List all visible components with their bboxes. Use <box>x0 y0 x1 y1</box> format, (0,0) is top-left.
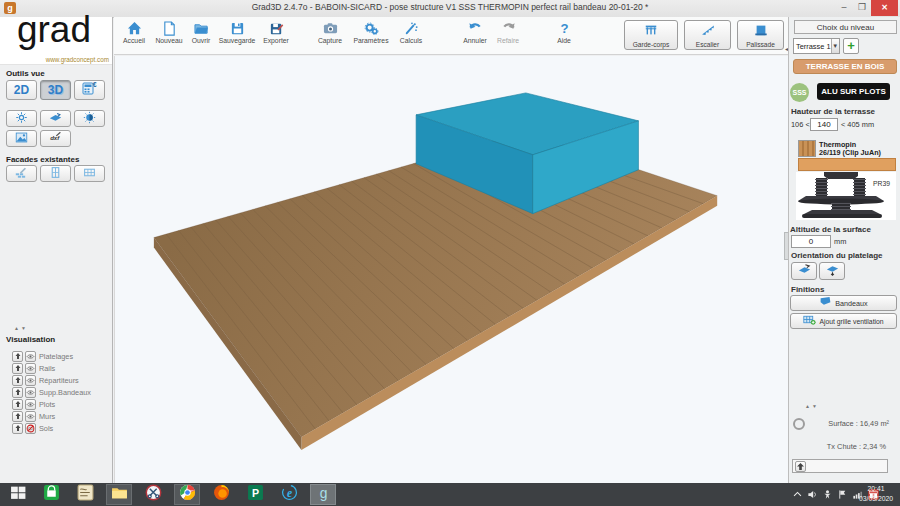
toolbar-button-palissade[interactable]: Palissade <box>737 20 784 50</box>
taskbar-publisher-button[interactable]: P <box>242 484 268 505</box>
taskbar-firefox-button[interactable] <box>208 484 234 505</box>
sss-badge[interactable]: SSS <box>790 83 809 102</box>
chevron-down-icon[interactable]: ▼ <box>831 39 839 53</box>
toolbar-button-calculs[interactable]: Calculs <box>394 19 428 44</box>
access-icon[interactable] <box>822 489 833 500</box>
toolbar-button-nouveau[interactable]: Nouveau <box>152 19 186 44</box>
sidebar-splitter[interactable]: ▲▼ <box>14 325 28 331</box>
taskbar-notes-button[interactable] <box>72 484 98 505</box>
close-button[interactable]: ✕ <box>871 0 898 16</box>
orientation-b-button[interactable] <box>819 262 845 280</box>
outils-vue-heading: Outils vue <box>6 69 45 78</box>
toolbar-button-escalier[interactable]: Escalier <box>684 20 731 50</box>
taskbar-folder-button[interactable] <box>106 484 132 505</box>
toolbar-button-sauvegarde[interactable]: Sauvegarde <box>216 19 258 44</box>
eye-off-icon[interactable] <box>25 423 36 434</box>
right-panel-splitter[interactable]: ▲▼ <box>805 403 819 409</box>
vent-label: Ajout grille ventilation <box>819 318 883 325</box>
speaker-icon[interactable] <box>807 489 818 500</box>
pedestal-ref: PR39 <box>873 180 890 187</box>
altitude-input[interactable] <box>791 235 831 248</box>
eye-icon[interactable] <box>25 375 36 386</box>
eye-icon[interactable] <box>25 351 36 362</box>
svg-text:dxf: dxf <box>50 134 60 141</box>
alu-sur-plots-button[interactable]: ALU SUR PLOTS <box>817 83 890 100</box>
redo-icon <box>501 20 516 37</box>
tool-button-brick-pencil[interactable] <box>6 165 37 182</box>
tool-button-window-frame[interactable] <box>40 165 71 182</box>
scene-svg <box>115 56 788 483</box>
vent-grid-button[interactable]: Ajout grille ventilation <box>790 313 897 329</box>
raise-icon[interactable] <box>795 461 806 472</box>
toolbar-button-exporter[interactable]: Exporter <box>258 19 294 44</box>
collapsed-section-bar[interactable] <box>792 459 888 473</box>
toolbar-button-accueil[interactable]: Accueil <box>116 19 152 44</box>
eye-icon[interactable] <box>25 411 36 422</box>
tool-button-image[interactable] <box>6 130 37 147</box>
toolbar-button-capture[interactable]: Capture <box>312 19 348 44</box>
orientation-a-button[interactable] <box>791 262 817 280</box>
maximize-button[interactable]: ❐ <box>854 0 870 16</box>
toolbar-button-aide[interactable]: ?Aide <box>550 19 578 44</box>
taskbar-ie-button[interactable]: e <box>276 484 302 505</box>
eye-icon[interactable] <box>25 387 36 398</box>
tx-chute-stat: Tx Chute : 2,34 % <box>827 442 886 451</box>
raise-icon[interactable] <box>12 423 23 434</box>
eye-icon[interactable] <box>25 399 36 410</box>
viewport-3d[interactable] <box>114 56 788 483</box>
logo-block: grad www.gradconcept.com <box>0 17 112 65</box>
altitude-unit: mm <box>834 237 846 246</box>
taskbar-snipping-button[interactable] <box>140 484 166 505</box>
bandeaux-button[interactable]: Bandeaux <box>790 295 897 311</box>
view-3d-button[interactable]: 3D <box>40 80 71 100</box>
gears-icon <box>364 20 379 37</box>
tool-button-dxf[interactable]: dxf <box>40 130 71 147</box>
hauteur-min: 106 < <box>791 120 810 129</box>
raise-icon[interactable] <box>12 351 23 362</box>
taskbar-chrome-button[interactable] <box>174 484 200 505</box>
toolbar-button-garde-corps[interactable]: Garde-corps <box>624 20 678 50</box>
terrasse-en-bois-button[interactable]: TERRASSE EN BOIS <box>793 59 897 74</box>
taskbar-grad-button[interactable]: g <box>310 484 336 505</box>
firefox-icon <box>213 484 230 505</box>
window-title: Grad3D 2.4.7o - BABOIN-SICARD - pose str… <box>0 2 900 12</box>
toolbar-button-parametres[interactable]: Paramètres <box>348 19 394 44</box>
minimize-button[interactable]: – <box>836 0 852 16</box>
tray-up-icon[interactable] <box>792 489 803 500</box>
orientation-a-icon <box>797 262 812 281</box>
toolbar-spacer <box>524 19 550 20</box>
railing-icon <box>644 23 658 41</box>
taskbar-windows-start-button[interactable] <box>5 484 31 505</box>
raise-icon[interactable] <box>12 375 23 386</box>
title-bar: g Grad3D 2.4.7o - BABOIN-SICARD - pose s… <box>0 0 900 18</box>
view-2d-button[interactable]: 2D <box>6 80 37 100</box>
raise-icon[interactable] <box>12 399 23 410</box>
finitions-label: Finitions <box>791 285 824 294</box>
toolbar-button-ouvrir[interactable]: Ouvrir <box>186 19 216 44</box>
wood-swatch[interactable] <box>798 140 816 157</box>
eye-icon[interactable] <box>25 363 36 374</box>
taskbar-clock[interactable]: 20:41 03/03/2020 <box>856 484 896 504</box>
level-select[interactable]: Terrasse 1 ▼ <box>793 38 840 54</box>
logo-website: www.gradconcept.com <box>46 56 109 63</box>
hauteur-input[interactable] <box>810 118 838 131</box>
tool-button-deck-plane[interactable] <box>40 110 71 127</box>
tool-button-contrast[interactable] <box>74 110 105 127</box>
taskbar-store-button[interactable] <box>38 484 64 505</box>
toolbar-button-annuler[interactable]: Annuler <box>458 19 492 44</box>
add-level-button[interactable]: + <box>843 38 859 54</box>
new-document-icon <box>162 20 177 37</box>
raise-icon[interactable] <box>12 387 23 398</box>
ie-icon: e <box>281 484 298 505</box>
visualisation-item-rails: Rails <box>12 362 113 374</box>
flag-icon[interactable] <box>837 489 848 500</box>
cost-calculator-button[interactable]: € <box>74 80 105 100</box>
tool-button-sun[interactable] <box>6 110 37 127</box>
raise-icon[interactable] <box>12 411 23 422</box>
windows-taskbar: Peg 20:41 03/03/2020 <box>0 483 900 506</box>
help-icon: ? <box>557 20 572 37</box>
tool-button-grid[interactable] <box>74 165 105 182</box>
dxf-icon: dxf <box>49 130 62 148</box>
raise-icon[interactable] <box>12 363 23 374</box>
svg-text:P: P <box>251 487 258 499</box>
